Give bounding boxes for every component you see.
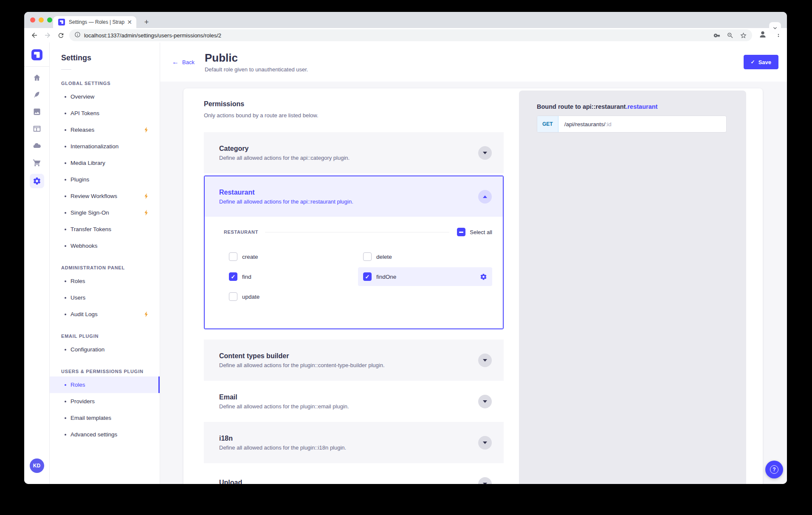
close-window-button[interactable] (30, 17, 35, 23)
delete-checkbox[interactable] (363, 252, 372, 261)
accordion-i18n[interactable]: i18n Define all allowed actions for the … (204, 422, 504, 463)
section-global-settings: GLOBAL SETTINGS (50, 81, 160, 86)
expand-i18n-button[interactable] (478, 436, 492, 450)
sidebar-item-media-library[interactable]: Media Library (50, 155, 160, 171)
route-path: /api/restaurants/:id (564, 121, 612, 127)
update-checkbox[interactable] (229, 292, 237, 301)
permissions-title: Permissions (204, 100, 504, 108)
browser-window: Settings — Roles | Strapi ✕ + localhost:… (24, 12, 787, 484)
url-bar: localhost:1337/admin/settings/users-perm… (24, 28, 787, 42)
sidebar-item-users[interactable]: Users (50, 289, 160, 306)
cloud-icon[interactable] (30, 140, 44, 152)
help-button[interactable]: ? (765, 461, 783, 478)
question-mark-icon: ? (770, 465, 778, 474)
sidebar-item-advanced-settings[interactable]: Advanced settings (50, 426, 160, 443)
browser-tab[interactable]: Settings — Roles | Strapi ✕ (53, 16, 136, 28)
tab-title: Settings — Roles | Strapi (69, 19, 124, 25)
route-row[interactable]: GET /api/restaurants/:id (537, 116, 727, 133)
sidebar-item-webhooks[interactable]: Webhooks (50, 238, 160, 254)
sidebar-item-audit-logs[interactable]: Audit Logs (50, 306, 160, 323)
main-area: ← Back Public Default role given to unau… (160, 42, 787, 484)
expand-upload-button[interactable] (478, 477, 492, 484)
minimize-window-button[interactable] (39, 17, 44, 23)
route-title-suffix: .restaurant (626, 103, 657, 110)
reload-icon[interactable] (56, 30, 66, 41)
site-info-icon[interactable] (74, 31, 81, 40)
group-label: RESTAURANT (224, 229, 258, 235)
back-link[interactable]: ← Back (172, 59, 195, 65)
tab-search-chevron-icon[interactable] (769, 22, 781, 34)
accordion-email[interactable]: Email Define all allowed actions for the… (204, 381, 504, 422)
lightning-icon (144, 209, 149, 216)
url-text[interactable]: localhost:1337/admin/settings/users-perm… (84, 32, 708, 39)
expand-email-button[interactable] (478, 395, 492, 408)
bookmark-star-icon[interactable] (740, 32, 747, 39)
tab-close-icon[interactable]: ✕ (127, 19, 132, 25)
lightning-icon (144, 127, 149, 133)
save-button[interactable]: ✓ Save (744, 55, 778, 69)
chevron-down-icon (483, 152, 487, 154)
media-library-icon[interactable] (30, 106, 44, 118)
findone-checkbox[interactable] (363, 272, 372, 281)
expand-category-button[interactable] (478, 146, 492, 160)
sidebar-item-providers[interactable]: Providers (50, 393, 160, 410)
sidebar-item-plugins[interactable]: Plugins (50, 171, 160, 188)
accordion-restaurant-expanded: Restaurant Define all allowed actions fo… (204, 175, 504, 329)
strapi-favicon (58, 19, 65, 25)
settings-gear-icon[interactable] (30, 174, 44, 188)
select-all-checkbox[interactable] (457, 228, 465, 236)
profile-avatar-icon[interactable] (758, 30, 767, 41)
content-manager-icon[interactable] (30, 89, 44, 101)
home-icon[interactable] (30, 72, 44, 84)
chevron-down-icon (483, 441, 487, 444)
marketplace-cart-icon[interactable] (30, 157, 44, 169)
back-icon[interactable] (29, 30, 39, 41)
bound-route-panel: Bound route to api::restaurant.restauran… (519, 91, 746, 484)
page-header: ← Back Public Default role given to unau… (160, 42, 787, 82)
back-arrow-icon: ← (172, 59, 179, 65)
collapse-restaurant-button[interactable] (478, 190, 492, 204)
strapi-logo[interactable] (31, 49, 42, 60)
accordion-restaurant-header[interactable]: Restaurant Define all allowed actions fo… (205, 176, 503, 217)
sidebar-item-transfer-tokens[interactable]: Transfer Tokens (50, 221, 160, 238)
sidebar-item-email-templates[interactable]: Email templates (50, 410, 160, 426)
http-method-badge: GET (537, 116, 558, 132)
content-type-builder-icon[interactable] (30, 123, 44, 135)
password-key-icon[interactable] (713, 32, 721, 39)
accordion-category[interactable]: Category Define all allowed actions for … (204, 132, 504, 173)
page-subtitle: Default role given to unauthenticated us… (205, 66, 308, 73)
maximize-window-button[interactable] (47, 17, 52, 23)
sidebar-item-internationalization[interactable]: Internationalization (50, 138, 160, 155)
sidebar-item-review-workflows[interactable]: Review Workflows (50, 188, 160, 204)
accordion-content-types-builder[interactable]: Content types builder Define all allowed… (204, 340, 504, 381)
permission-findone[interactable]: findOne (358, 267, 492, 286)
permissions-subtitle: Only actions bound by a route are listed… (204, 112, 504, 119)
address-bar[interactable]: localhost:1337/admin/settings/users-perm… (69, 29, 752, 41)
bound-route-title: Bound route to api::restaurant.restauran… (537, 103, 727, 110)
create-checkbox[interactable] (229, 252, 237, 261)
sidebar-item-api-tokens[interactable]: API Tokens (50, 105, 160, 122)
window-controls[interactable] (30, 17, 52, 23)
sidebar-item-configuration[interactable]: Configuration (50, 341, 160, 358)
user-avatar[interactable]: KD (30, 458, 44, 473)
sidebar-item-releases[interactable]: Releases (50, 122, 160, 138)
scroll-content[interactable]: Permissions Only actions bound by a rout… (160, 82, 787, 484)
sidebar-item-up-roles[interactable]: Roles (50, 376, 160, 393)
findone-settings-gear-icon[interactable] (480, 273, 487, 280)
sidebar-item-admin-roles[interactable]: Roles (50, 273, 160, 289)
forward-icon[interactable] (42, 30, 52, 41)
section-administration-panel: ADMINISTRATION PANEL (50, 265, 160, 270)
expand-ctb-button[interactable] (478, 354, 492, 367)
permission-update: update (224, 287, 358, 306)
divider (61, 69, 71, 70)
new-tab-button[interactable]: + (141, 17, 152, 27)
chevron-up-icon (483, 195, 487, 198)
sidebar-item-single-sign-on[interactable]: Single Sign-On (50, 204, 160, 221)
section-email-plugin: EMAIL PLUGIN (50, 334, 160, 339)
find-checkbox[interactable] (229, 272, 237, 281)
zoom-icon[interactable] (727, 32, 734, 39)
tab-strip: Settings — Roles | Strapi ✕ + (24, 12, 787, 28)
chevron-down-icon (483, 400, 487, 403)
accordion-upload[interactable]: Upload (204, 463, 504, 484)
sidebar-item-overview[interactable]: Overview (50, 88, 160, 105)
